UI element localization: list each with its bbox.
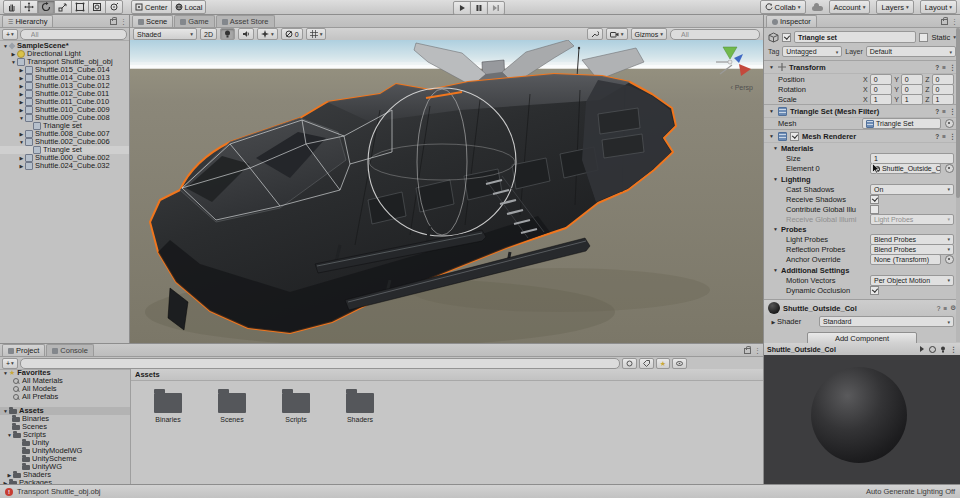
- tab-inspector[interactable]: Inspector: [766, 15, 817, 27]
- position-x-field[interactable]: 0: [870, 74, 892, 85]
- help-icon[interactable]: ?: [937, 305, 941, 312]
- tab-hierarchy[interactable]: ☰ Hierarchy: [2, 15, 53, 27]
- mesh-filter-header[interactable]: ▼ Triangle Set (Mesh Filter) ?≡⋮: [764, 104, 960, 118]
- active-checkbox[interactable]: [782, 33, 791, 42]
- inspector-lock-icon[interactable]: [941, 19, 948, 25]
- create-asset-button[interactable]: +▾: [2, 358, 18, 369]
- object-picker-icon[interactable]: [945, 164, 954, 173]
- scale-tool-button[interactable]: [54, 0, 72, 14]
- object-picker-icon[interactable]: [945, 119, 954, 128]
- transform-component-header[interactable]: ▼ Transform ?≡⋮: [764, 60, 960, 74]
- pause-button[interactable]: [470, 1, 488, 15]
- custom-tool-button[interactable]: [105, 0, 123, 14]
- tree-item[interactable]: ▶Shuttle.012_Cube.011: [0, 90, 129, 98]
- tree-item[interactable]: ▼Scripts: [0, 431, 130, 439]
- rotate-tool-button[interactable]: [37, 0, 55, 14]
- tree-item[interactable]: All Materials: [0, 377, 130, 385]
- rotation-z-field[interactable]: 0: [932, 84, 954, 95]
- favorites-filter-button[interactable]: ★: [656, 358, 670, 369]
- scene-lighting-toggle[interactable]: [220, 28, 235, 40]
- light-probes-dropdown[interactable]: Blend Probes▾: [870, 234, 954, 245]
- layout-dropdown[interactable]: Layout▾: [920, 0, 957, 14]
- account-dropdown[interactable]: Account▾: [829, 0, 871, 14]
- rotation-x-field[interactable]: 0: [870, 84, 892, 95]
- step-button[interactable]: [487, 1, 505, 15]
- tree-item[interactable]: ▶Shuttle.011_Cube.010: [0, 98, 129, 106]
- preview-play-icon[interactable]: [919, 346, 925, 352]
- asset-folder-scenes[interactable]: Scenes: [213, 393, 251, 423]
- scale-y-field[interactable]: 1: [901, 94, 923, 105]
- material-preview-viewport[interactable]: [764, 355, 960, 484]
- camera-settings-dropdown[interactable]: ▾: [606, 28, 628, 40]
- tag-dropdown[interactable]: Untagged▾: [782, 46, 842, 57]
- component-tools-button[interactable]: [587, 28, 603, 40]
- additional-settings-foldout[interactable]: ▼Additional Settings: [764, 265, 960, 275]
- position-z-field[interactable]: 0: [932, 74, 954, 85]
- renderer-enabled-checkbox[interactable]: [790, 132, 799, 141]
- cloud-icon[interactable]: [812, 6, 823, 11]
- materials-size-field[interactable]: 1: [870, 153, 954, 164]
- tab-asset-store[interactable]: Asset Store: [216, 15, 275, 27]
- asset-folder-binaries[interactable]: Binaries: [149, 393, 187, 423]
- project-menu-icon[interactable]: ⋮: [754, 347, 761, 354]
- tab-console[interactable]: Console: [46, 344, 94, 356]
- tree-item[interactable]: Unity: [0, 439, 130, 447]
- rotation-y-field[interactable]: 0: [901, 84, 923, 95]
- tree-item[interactable]: ▶Shuttle.015_Cube.014: [0, 66, 129, 74]
- tab-scene[interactable]: Scene: [132, 15, 173, 27]
- tree-item-scene[interactable]: ▼SampleScene*: [0, 42, 129, 50]
- inspector-scrollbar[interactable]: [956, 28, 960, 342]
- position-y-field[interactable]: 0: [901, 74, 923, 85]
- tree-item[interactable]: ▼Shuttle.009_Cube.008: [0, 114, 129, 122]
- tree-item[interactable]: ▼Transport Shuttle_obj_obj: [0, 58, 129, 66]
- dynamic-occlusion-checkbox[interactable]: [870, 286, 879, 295]
- presets-icon[interactable]: ≡: [942, 64, 946, 71]
- search-by-label-button[interactable]: [639, 358, 654, 369]
- scene-visibility-toggle[interactable]: 0: [281, 28, 303, 40]
- tree-item[interactable]: ▶Shuttle.010_Cube.009: [0, 106, 129, 114]
- layer-dropdown[interactable]: Default▾: [866, 46, 956, 57]
- hierarchy-search-input[interactable]: [20, 29, 127, 40]
- hidden-count-button[interactable]: [672, 358, 687, 369]
- shader-dropdown[interactable]: Standard▾: [819, 316, 954, 327]
- preview-menu-icon[interactable]: ⋮: [950, 346, 957, 353]
- tree-item[interactable]: ▶Directional Light: [0, 50, 129, 58]
- presets-icon[interactable]: ≡: [942, 108, 946, 115]
- reflection-probes-dropdown[interactable]: Blend Probes▾: [870, 244, 954, 255]
- presets-icon[interactable]: ≡: [942, 133, 946, 140]
- scene-grid-dropdown[interactable]: ▾: [306, 28, 327, 40]
- component-menu-icon[interactable]: ⋮: [949, 133, 956, 140]
- rect-tool-button[interactable]: [71, 0, 89, 14]
- tree-item[interactable]: ▶Shaders: [0, 471, 130, 479]
- play-button[interactable]: [453, 1, 471, 15]
- status-message[interactable]: Transport Shuttle_obj.obj: [17, 487, 101, 496]
- object-name-field[interactable]: Triangle set: [798, 34, 837, 41]
- tree-item[interactable]: ▶Shuttle.024_Cube.032: [0, 162, 129, 170]
- tree-item-selected[interactable]: Triangle set: [0, 146, 129, 154]
- toggle-2d-button[interactable]: 2D: [200, 28, 217, 40]
- tree-item[interactable]: All Models: [0, 385, 130, 393]
- layers-dropdown[interactable]: Layers▾: [876, 0, 913, 14]
- tree-item[interactable]: UnityScheme: [0, 455, 130, 463]
- tree-item[interactable]: Binaries: [0, 415, 130, 423]
- probes-foldout[interactable]: ▼Probes: [764, 224, 960, 234]
- tree-item[interactable]: ▶Shuttle.014_Cube.013: [0, 74, 129, 82]
- transform-tool-button[interactable]: [88, 0, 106, 14]
- search-by-type-button[interactable]: [622, 358, 637, 369]
- cast-shadows-dropdown[interactable]: On▾: [870, 184, 954, 195]
- tab-project[interactable]: Project: [2, 344, 45, 356]
- static-checkbox[interactable]: [919, 33, 928, 42]
- scene-search-input[interactable]: [670, 29, 760, 40]
- tree-item[interactable]: ▶Shuttle.013_Cube.012: [0, 82, 129, 90]
- scene-viewport[interactable]: ‹ Persp: [130, 40, 763, 343]
- contribute-gi-checkbox[interactable]: [870, 205, 879, 214]
- anchor-override-field[interactable]: None (Transform): [870, 254, 941, 265]
- tree-item[interactable]: UnityWG: [0, 463, 130, 471]
- receive-shadows-checkbox[interactable]: [870, 195, 879, 204]
- asset-folder-shaders[interactable]: Shaders: [341, 393, 379, 423]
- scale-x-field[interactable]: 1: [870, 94, 892, 105]
- move-tool-button[interactable]: [20, 0, 38, 14]
- preview-sphere-icon[interactable]: [929, 346, 936, 353]
- tree-item[interactable]: Scenes: [0, 423, 130, 431]
- pivot-toggle-button[interactable]: Center: [131, 0, 172, 14]
